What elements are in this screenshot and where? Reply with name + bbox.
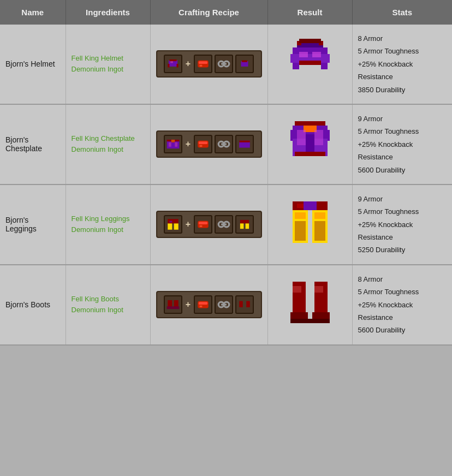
item-ingredients: Fell King HelmetDemonium Ingot — [66, 25, 150, 104]
stat-line: 5 Armor Toughness — [358, 285, 447, 298]
svg-rect-37 — [295, 121, 325, 126]
svg-rect-87 — [290, 319, 310, 323]
svg-rect-4 — [170, 62, 173, 63]
stat-line: 3850 Durability — [358, 84, 447, 96]
svg-rect-3 — [176, 64, 178, 68]
svg-rect-66 — [295, 221, 306, 241]
crafting-recipe: + — [150, 265, 267, 345]
svg-rect-47 — [168, 219, 179, 224]
svg-rect-78 — [221, 304, 227, 306]
stat-line: 5600 Durability — [358, 164, 447, 176]
svg-rect-79 — [239, 301, 243, 307]
svg-rect-46 — [295, 152, 325, 156]
svg-rect-65 — [304, 201, 317, 210]
crafting-recipe: + — [150, 104, 267, 185]
svg-rect-50 — [169, 221, 172, 223]
item-stats: 8 Armor5 Armor Toughness+25% Knockback R… — [352, 25, 452, 104]
recipe-plus-sign: + — [185, 219, 192, 229]
stat-line: 8 Armor — [358, 273, 447, 285]
table-row: Bjorn's BootsFell King BootsDemonium Ing… — [0, 265, 452, 345]
stat-line: 9 Armor — [358, 112, 447, 125]
item-ingredients: Fell King BootsDemonium Ingot — [66, 265, 150, 345]
svg-rect-45 — [306, 134, 314, 154]
item-stats: 9 Armor5 Armor Toughness+25% Knockback R… — [352, 185, 452, 265]
svg-rect-44 — [314, 130, 323, 145]
item-result — [267, 104, 352, 185]
col-header-recipe: Crafting Recipe — [150, 0, 267, 25]
item-name: Bjorn's Boots — [0, 265, 66, 345]
svg-rect-1 — [169, 59, 176, 61]
col-header-stats: Stats — [352, 0, 452, 25]
recipe-plus-sign: + — [185, 139, 192, 149]
item-name: Bjorn's Helmet — [0, 25, 66, 104]
stat-line: 5600 Durability — [358, 324, 447, 336]
svg-rect-86 — [314, 286, 323, 293]
svg-rect-18 — [299, 52, 308, 57]
recipe-slot-small_boots — [235, 295, 254, 314]
stat-line: +25% Knockback Resistance — [358, 299, 447, 324]
recipe-plus-sign: + — [185, 59, 192, 69]
svg-rect-10 — [221, 63, 227, 65]
stat-line: 5 Armor Toughness — [358, 45, 447, 57]
recipe-slot-chest — [164, 135, 182, 153]
item-stats: 8 Armor5 Armor Toughness+25% Knockback R… — [352, 265, 452, 345]
svg-rect-58 — [240, 224, 244, 229]
stat-line: 5250 Durability — [358, 243, 447, 256]
recipe-slot-boots — [164, 295, 182, 314]
recipe-slot-ingot — [194, 295, 212, 314]
svg-rect-6 — [199, 62, 207, 64]
stat-line: +25% Knockback Resistance — [358, 218, 447, 244]
recipe-slot-chain — [215, 215, 233, 234]
svg-rect-48 — [168, 224, 172, 230]
svg-rect-27 — [169, 142, 171, 147]
svg-rect-34 — [221, 144, 227, 145]
svg-rect-49 — [174, 224, 178, 230]
svg-rect-20 — [299, 61, 321, 65]
svg-rect-57 — [240, 220, 249, 224]
svg-rect-7 — [200, 65, 203, 67]
stat-line: 8 Armor — [358, 32, 447, 45]
recipe-slot-chain — [215, 295, 233, 314]
crafting-recipe: + — [150, 185, 267, 265]
svg-rect-75 — [200, 306, 203, 307]
recipe-slot-legs — [164, 215, 182, 234]
svg-rect-23 — [299, 39, 321, 43]
stat-line: +25% Knockback Resistance — [358, 138, 447, 164]
item-result — [267, 25, 352, 104]
recipe-slot-small_legs — [235, 215, 254, 234]
item-stats: 9 Armor5 Armor Toughness+25% Knockback R… — [352, 104, 452, 185]
item-result — [267, 265, 352, 345]
recipe-slot-small_helm — [235, 55, 254, 73]
svg-rect-31 — [200, 145, 203, 147]
crafting-recipe: + — [150, 25, 267, 104]
svg-rect-67 — [314, 221, 325, 241]
table-row: Bjorn's LeggingsFell King LeggingsDemoni… — [0, 185, 452, 265]
svg-rect-19 — [312, 52, 321, 57]
svg-rect-59 — [246, 224, 249, 229]
crafting-table: Name Ingredients Crafting Recipe Result … — [0, 0, 452, 346]
recipe-slot-ingot — [194, 55, 212, 73]
svg-rect-14 — [293, 47, 328, 54]
table-row: Bjorn's ChestplateFell King ChestplateDe… — [0, 104, 452, 185]
item-name: Bjorn's Leggings — [0, 185, 66, 265]
col-header-name: Name — [0, 0, 66, 25]
svg-rect-88 — [310, 319, 330, 323]
svg-rect-12 — [242, 61, 247, 62]
svg-rect-2 — [168, 64, 169, 68]
col-header-result: Result — [267, 0, 352, 25]
recipe-slot-helmet — [164, 55, 182, 73]
recipe-slot-ingot — [194, 215, 212, 234]
stat-line: 5 Armor Toughness — [358, 125, 447, 138]
recipe-slot-small_chest — [235, 135, 254, 153]
recipe-slot-ingot — [194, 135, 212, 153]
svg-rect-80 — [246, 301, 250, 307]
svg-rect-28 — [175, 142, 177, 147]
svg-rect-71 — [166, 307, 173, 310]
item-ingredients: Fell King ChestplateDemonium Ingot — [66, 104, 150, 185]
svg-rect-52 — [199, 222, 207, 225]
col-header-ingredients: Ingredients — [66, 0, 150, 25]
svg-rect-17 — [321, 63, 328, 69]
svg-rect-53 — [200, 225, 203, 227]
svg-rect-63 — [295, 212, 306, 219]
svg-rect-30 — [199, 142, 207, 145]
